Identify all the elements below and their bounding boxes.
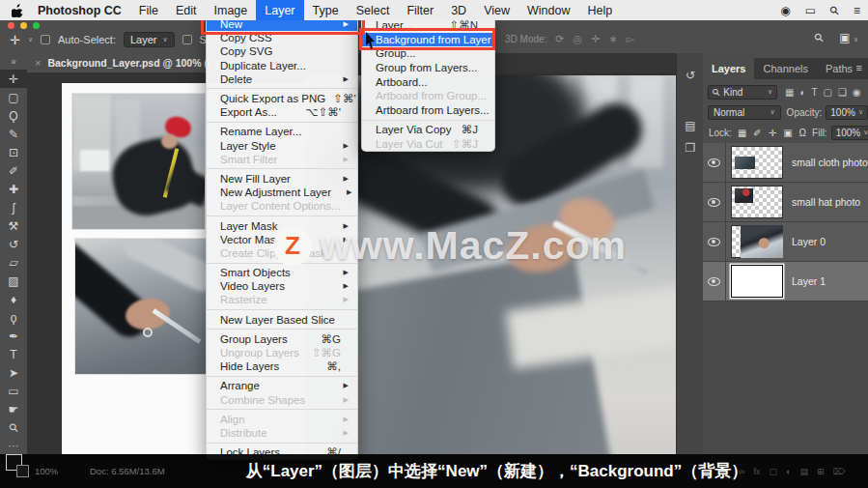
app-name[interactable]: Photoshop CC — [29, 0, 130, 20]
tool-crop[interactable]: ⊡ — [0, 143, 27, 161]
move-tool-icon[interactable]: ✛ — [10, 33, 20, 47]
3d-slide-icon[interactable]: ∗ — [608, 33, 617, 45]
layer-filter-kind-dropdown[interactable]: ⚲ Kind ∨ — [708, 85, 777, 100]
lock-image-pixels-icon[interactable]: ✐ — [753, 128, 761, 138]
status-zoom-level[interactable]: 100% — [35, 454, 58, 488]
layer-thumbnail[interactable] — [731, 186, 783, 218]
menubar-type[interactable]: Type — [304, 0, 348, 20]
menu-item-new-fill-layer[interactable]: New Fill Layer ▶ — [207, 172, 357, 186]
menu-item-export-as[interactable]: Export As... ⌥⇧⌘' — [207, 105, 357, 119]
layer-thumbnail[interactable] — [731, 225, 783, 258]
menubar-view[interactable]: View — [475, 0, 518, 20]
tab-channels[interactable]: Channels — [754, 58, 816, 79]
tool-quick-select[interactable]: ✎ — [0, 125, 27, 143]
menubar-select[interactable]: Select — [348, 0, 399, 20]
visibility-eye-icon[interactable] — [708, 198, 720, 207]
menu-item-arrange[interactable]: Arrange ▶ — [207, 379, 357, 392]
menu-item-new-layer-based-slice[interactable]: New Layer Based Slice — [207, 313, 357, 327]
visibility-eye-icon[interactable] — [708, 277, 720, 286]
screen-record-icon[interactable]: ◉ — [780, 4, 790, 17]
adjustment-layer-icon[interactable]: ◐ — [786, 467, 791, 476]
tab-layers[interactable]: Layers — [703, 58, 754, 79]
menu-item-combine-shapes[interactable]: Combine Shapes ▶ — [207, 393, 357, 407]
menu-item-smart-filter[interactable]: Smart Filter ▶ — [207, 153, 357, 166]
visibility-eye-icon[interactable] — [708, 158, 720, 167]
menu-item-group-layers[interactable]: Group Layers ⌘G — [207, 332, 357, 346]
filter-type-layers-icon[interactable]: T — [812, 87, 818, 98]
opacity-value-field[interactable]: 100% ∨ — [826, 105, 868, 120]
menubar-3d[interactable]: 3D — [442, 0, 475, 20]
submenu-item-group-from-layers[interactable]: Group from Layers... — [362, 61, 494, 75]
menu-item-duplicate-layer[interactable]: Duplicate Layer... — [207, 59, 357, 72]
window-close-button[interactable] — [8, 22, 14, 29]
tool-lasso[interactable]: Ϙ — [0, 106, 27, 125]
workspace-switcher-icon[interactable]: ▣ ∨ — [839, 31, 858, 44]
menu-item-layer-mask[interactable]: Layer Mask ▶ — [207, 218, 357, 232]
layer-row-layer-1[interactable]: Layer 1 — [703, 262, 868, 301]
tool-healing-brush[interactable]: ✚ — [0, 180, 27, 198]
submenu-item-artboard[interactable]: Artboard... — [362, 74, 494, 89]
tool-clone-stamp[interactable]: ⚒ — [0, 216, 27, 235]
visibility-eye-icon[interactable] — [708, 238, 720, 246]
display-icon[interactable]: ▭ — [805, 4, 816, 17]
menu-item-create-clipping-mask[interactable]: Create Clipping Mask — [207, 246, 357, 260]
3d-roll-icon[interactable]: ◎ — [574, 33, 583, 45]
lock-all-icon[interactable]: Ω — [799, 128, 806, 138]
canvas-photo-cutting-fabric-small[interactable] — [75, 239, 210, 374]
blend-mode-dropdown[interactable]: Normal ∨ — [708, 105, 781, 120]
submenu-item-artboard-from-layers[interactable]: Artboard from Layers... — [362, 103, 494, 118]
layer-thumbnail[interactable] — [731, 146, 783, 179]
3d-pan-icon[interactable]: ✛ — [591, 33, 600, 45]
menu-item-vector-mask[interactable]: Vector Mask ▶ — [207, 233, 357, 246]
layer-row-small-hat-photo[interactable]: small hat photo — [703, 183, 868, 222]
menu-item-align[interactable]: Align ▶ — [207, 413, 357, 426]
menu-item-new-adjustment-layer[interactable]: New Adjustment Layer ▶ — [207, 186, 357, 199]
libraries-panel-icon[interactable]: ❐ — [677, 137, 704, 158]
menu-item-ungroup-layers[interactable]: Ungroup Layers ⇧⌘G — [207, 346, 357, 359]
menu-item-smart-objects[interactable]: Smart Objects ▶ — [207, 266, 357, 279]
delete-layer-icon[interactable]: ⌦ — [832, 467, 845, 476]
layer-row-small-cloth-photo[interactable]: small cloth photo — [703, 143, 868, 183]
submenu-item-artboard-from-group[interactable]: Artboard from Group... — [362, 89, 494, 103]
menubar-image[interactable]: Image — [206, 0, 257, 20]
menubar-file[interactable]: File — [130, 0, 167, 20]
new-layer-icon[interactable]: ⊞ — [817, 467, 825, 476]
window-minimize-button[interactable] — [20, 22, 27, 29]
filter-shape-layers-icon[interactable]: ▢ — [824, 87, 832, 98]
lock-artboard-icon[interactable]: ▣ — [783, 128, 792, 138]
background-color-swatch[interactable] — [16, 465, 29, 477]
tool-gradient[interactable]: ▨ — [0, 272, 27, 290]
layer-row-layer-0[interactable]: Layer 0 — [703, 222, 868, 262]
apple-logo-icon[interactable] — [12, 4, 23, 17]
lock-position-icon[interactable]: ✛ — [769, 128, 776, 138]
tool-history-brush[interactable]: ↺ — [0, 235, 27, 253]
3d-orbit-icon[interactable]: ⟳ — [555, 33, 564, 45]
filter-adjustment-layers-icon[interactable]: ◐ — [799, 87, 805, 98]
lock-transparent-pixels-icon[interactable]: ▦ — [738, 128, 746, 138]
tool-eyedropper[interactable]: ✐ — [0, 161, 27, 180]
auto-select-dropdown[interactable]: Layer ∨ — [124, 32, 175, 47]
layer-mask-icon[interactable]: ▢ — [769, 467, 777, 476]
menu-item-distribute[interactable]: Distribute ▶ — [207, 426, 357, 440]
tool-preset-chevron-icon[interactable]: ∨ — [28, 36, 33, 43]
layer-style-icon[interactable]: fx — [753, 467, 760, 476]
show-transform-checkbox[interactable] — [182, 35, 192, 44]
tool-brush[interactable]: ʃ — [0, 198, 27, 216]
toolbar-collapse-icon[interactable]: » — [0, 53, 27, 70]
menu-item-layer-content-options[interactable]: Layer Content Options... — [207, 199, 357, 213]
tool-dodge[interactable]: ϙ — [0, 308, 27, 327]
layer-group-icon[interactable]: ▤ — [799, 467, 808, 476]
canvas-photo-man-red-hat[interactable] — [72, 94, 205, 229]
tool-pen[interactable]: ✒ — [0, 327, 27, 345]
layer-thumbnail[interactable] — [731, 265, 783, 298]
menubar-filter[interactable]: Filter — [398, 0, 442, 20]
auto-select-checkbox[interactable] — [41, 35, 50, 44]
tool-type[interactable]: T — [0, 345, 27, 363]
adjustments-panel-icon[interactable]: ▤ — [677, 115, 704, 136]
panel-menu-icon[interactable]: ≡ — [856, 62, 862, 73]
tab-close-icon[interactable]: × — [35, 57, 41, 69]
menubar-layer[interactable]: Layer — [256, 0, 303, 20]
search-icon[interactable]: ⚲ — [812, 30, 827, 45]
tool-path-select[interactable]: ➤ — [0, 363, 27, 382]
window-zoom-button[interactable] — [33, 22, 40, 29]
